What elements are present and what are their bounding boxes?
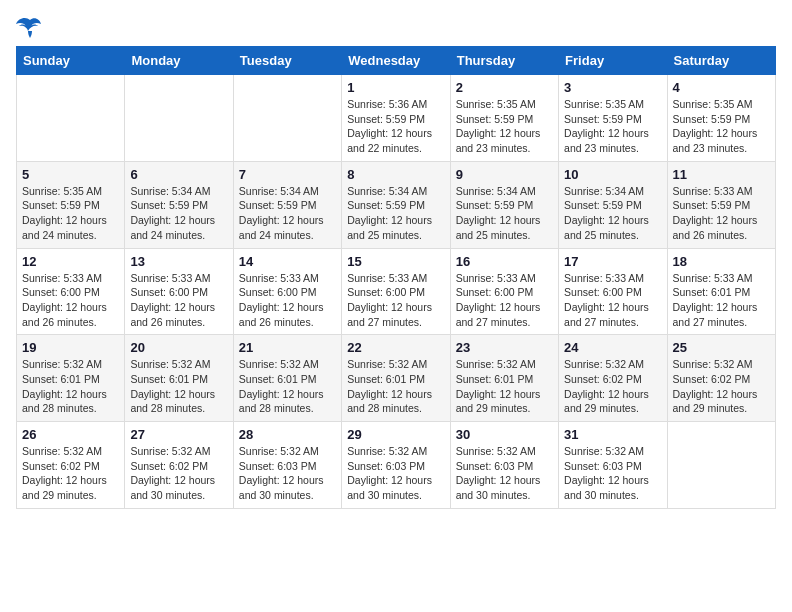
- day-number: 21: [239, 340, 336, 355]
- calendar-row: 19Sunrise: 5:32 AM Sunset: 6:01 PM Dayli…: [17, 335, 776, 422]
- calendar-cell: 23Sunrise: 5:32 AM Sunset: 6:01 PM Dayli…: [450, 335, 558, 422]
- cell-info: Sunrise: 5:34 AM Sunset: 5:59 PM Dayligh…: [130, 184, 227, 243]
- day-number: 24: [564, 340, 661, 355]
- calendar-row: 26Sunrise: 5:32 AM Sunset: 6:02 PM Dayli…: [17, 422, 776, 509]
- day-number: 15: [347, 254, 444, 269]
- day-number: 28: [239, 427, 336, 442]
- calendar-cell: [125, 75, 233, 162]
- calendar-cell: [667, 422, 775, 509]
- calendar-row: 12Sunrise: 5:33 AM Sunset: 6:00 PM Dayli…: [17, 248, 776, 335]
- day-number: 9: [456, 167, 553, 182]
- calendar-row: 1Sunrise: 5:36 AM Sunset: 5:59 PM Daylig…: [17, 75, 776, 162]
- day-number: 27: [130, 427, 227, 442]
- calendar-cell: 10Sunrise: 5:34 AM Sunset: 5:59 PM Dayli…: [559, 161, 667, 248]
- calendar-row: 5Sunrise: 5:35 AM Sunset: 5:59 PM Daylig…: [17, 161, 776, 248]
- calendar-cell: 21Sunrise: 5:32 AM Sunset: 6:01 PM Dayli…: [233, 335, 341, 422]
- calendar-cell: 12Sunrise: 5:33 AM Sunset: 6:00 PM Dayli…: [17, 248, 125, 335]
- cell-info: Sunrise: 5:35 AM Sunset: 5:59 PM Dayligh…: [22, 184, 119, 243]
- day-number: 20: [130, 340, 227, 355]
- day-number: 4: [673, 80, 770, 95]
- cell-info: Sunrise: 5:36 AM Sunset: 5:59 PM Dayligh…: [347, 97, 444, 156]
- day-number: 23: [456, 340, 553, 355]
- calendar-cell: 24Sunrise: 5:32 AM Sunset: 6:02 PM Dayli…: [559, 335, 667, 422]
- calendar-header-tuesday: Tuesday: [233, 47, 341, 75]
- day-number: 14: [239, 254, 336, 269]
- day-number: 18: [673, 254, 770, 269]
- calendar-cell: 8Sunrise: 5:34 AM Sunset: 5:59 PM Daylig…: [342, 161, 450, 248]
- cell-info: Sunrise: 5:32 AM Sunset: 6:03 PM Dayligh…: [456, 444, 553, 503]
- cell-info: Sunrise: 5:32 AM Sunset: 6:03 PM Dayligh…: [347, 444, 444, 503]
- day-number: 8: [347, 167, 444, 182]
- calendar-cell: [17, 75, 125, 162]
- calendar-cell: 18Sunrise: 5:33 AM Sunset: 6:01 PM Dayli…: [667, 248, 775, 335]
- cell-info: Sunrise: 5:34 AM Sunset: 5:59 PM Dayligh…: [564, 184, 661, 243]
- cell-info: Sunrise: 5:33 AM Sunset: 6:00 PM Dayligh…: [239, 271, 336, 330]
- calendar-header-friday: Friday: [559, 47, 667, 75]
- cell-info: Sunrise: 5:33 AM Sunset: 5:59 PM Dayligh…: [673, 184, 770, 243]
- cell-info: Sunrise: 5:32 AM Sunset: 6:01 PM Dayligh…: [22, 357, 119, 416]
- cell-info: Sunrise: 5:32 AM Sunset: 6:01 PM Dayligh…: [239, 357, 336, 416]
- cell-info: Sunrise: 5:32 AM Sunset: 6:01 PM Dayligh…: [347, 357, 444, 416]
- cell-info: Sunrise: 5:33 AM Sunset: 6:00 PM Dayligh…: [456, 271, 553, 330]
- calendar-cell: 7Sunrise: 5:34 AM Sunset: 5:59 PM Daylig…: [233, 161, 341, 248]
- cell-info: Sunrise: 5:32 AM Sunset: 6:02 PM Dayligh…: [22, 444, 119, 503]
- cell-info: Sunrise: 5:33 AM Sunset: 6:00 PM Dayligh…: [22, 271, 119, 330]
- day-number: 25: [673, 340, 770, 355]
- cell-info: Sunrise: 5:33 AM Sunset: 6:00 PM Dayligh…: [564, 271, 661, 330]
- calendar-cell: 29Sunrise: 5:32 AM Sunset: 6:03 PM Dayli…: [342, 422, 450, 509]
- calendar-cell: 16Sunrise: 5:33 AM Sunset: 6:00 PM Dayli…: [450, 248, 558, 335]
- day-number: 5: [22, 167, 119, 182]
- cell-info: Sunrise: 5:33 AM Sunset: 6:00 PM Dayligh…: [130, 271, 227, 330]
- calendar-header-monday: Monday: [125, 47, 233, 75]
- day-number: 2: [456, 80, 553, 95]
- cell-info: Sunrise: 5:32 AM Sunset: 6:03 PM Dayligh…: [239, 444, 336, 503]
- calendar-cell: 9Sunrise: 5:34 AM Sunset: 5:59 PM Daylig…: [450, 161, 558, 248]
- day-number: 19: [22, 340, 119, 355]
- day-number: 16: [456, 254, 553, 269]
- cell-info: Sunrise: 5:32 AM Sunset: 6:01 PM Dayligh…: [130, 357, 227, 416]
- day-number: 13: [130, 254, 227, 269]
- logo-bird-icon: [16, 16, 44, 38]
- cell-info: Sunrise: 5:32 AM Sunset: 6:01 PM Dayligh…: [456, 357, 553, 416]
- calendar-cell: 13Sunrise: 5:33 AM Sunset: 6:00 PM Dayli…: [125, 248, 233, 335]
- calendar-cell: 19Sunrise: 5:32 AM Sunset: 6:01 PM Dayli…: [17, 335, 125, 422]
- calendar-cell: 1Sunrise: 5:36 AM Sunset: 5:59 PM Daylig…: [342, 75, 450, 162]
- calendar-cell: 14Sunrise: 5:33 AM Sunset: 6:00 PM Dayli…: [233, 248, 341, 335]
- day-number: 31: [564, 427, 661, 442]
- day-number: 30: [456, 427, 553, 442]
- cell-info: Sunrise: 5:32 AM Sunset: 6:03 PM Dayligh…: [564, 444, 661, 503]
- day-number: 17: [564, 254, 661, 269]
- cell-info: Sunrise: 5:33 AM Sunset: 6:00 PM Dayligh…: [347, 271, 444, 330]
- day-number: 10: [564, 167, 661, 182]
- calendar-cell: 4Sunrise: 5:35 AM Sunset: 5:59 PM Daylig…: [667, 75, 775, 162]
- day-number: 3: [564, 80, 661, 95]
- day-number: 6: [130, 167, 227, 182]
- cell-info: Sunrise: 5:34 AM Sunset: 5:59 PM Dayligh…: [347, 184, 444, 243]
- calendar-cell: [233, 75, 341, 162]
- day-number: 11: [673, 167, 770, 182]
- calendar-cell: 20Sunrise: 5:32 AM Sunset: 6:01 PM Dayli…: [125, 335, 233, 422]
- cell-info: Sunrise: 5:32 AM Sunset: 6:02 PM Dayligh…: [673, 357, 770, 416]
- cell-info: Sunrise: 5:34 AM Sunset: 5:59 PM Dayligh…: [456, 184, 553, 243]
- calendar-cell: 22Sunrise: 5:32 AM Sunset: 6:01 PM Dayli…: [342, 335, 450, 422]
- calendar-cell: 2Sunrise: 5:35 AM Sunset: 5:59 PM Daylig…: [450, 75, 558, 162]
- calendar-header-row: SundayMondayTuesdayWednesdayThursdayFrid…: [17, 47, 776, 75]
- day-number: 26: [22, 427, 119, 442]
- calendar-cell: 5Sunrise: 5:35 AM Sunset: 5:59 PM Daylig…: [17, 161, 125, 248]
- day-number: 22: [347, 340, 444, 355]
- calendar-cell: 6Sunrise: 5:34 AM Sunset: 5:59 PM Daylig…: [125, 161, 233, 248]
- calendar-cell: 15Sunrise: 5:33 AM Sunset: 6:00 PM Dayli…: [342, 248, 450, 335]
- day-number: 29: [347, 427, 444, 442]
- day-number: 12: [22, 254, 119, 269]
- calendar-cell: 27Sunrise: 5:32 AM Sunset: 6:02 PM Dayli…: [125, 422, 233, 509]
- calendar-cell: 28Sunrise: 5:32 AM Sunset: 6:03 PM Dayli…: [233, 422, 341, 509]
- calendar-header-saturday: Saturday: [667, 47, 775, 75]
- calendar-cell: 26Sunrise: 5:32 AM Sunset: 6:02 PM Dayli…: [17, 422, 125, 509]
- calendar-cell: 30Sunrise: 5:32 AM Sunset: 6:03 PM Dayli…: [450, 422, 558, 509]
- calendar-cell: 17Sunrise: 5:33 AM Sunset: 6:00 PM Dayli…: [559, 248, 667, 335]
- calendar-header-thursday: Thursday: [450, 47, 558, 75]
- cell-info: Sunrise: 5:35 AM Sunset: 5:59 PM Dayligh…: [673, 97, 770, 156]
- cell-info: Sunrise: 5:35 AM Sunset: 5:59 PM Dayligh…: [564, 97, 661, 156]
- day-number: 1: [347, 80, 444, 95]
- calendar-cell: 25Sunrise: 5:32 AM Sunset: 6:02 PM Dayli…: [667, 335, 775, 422]
